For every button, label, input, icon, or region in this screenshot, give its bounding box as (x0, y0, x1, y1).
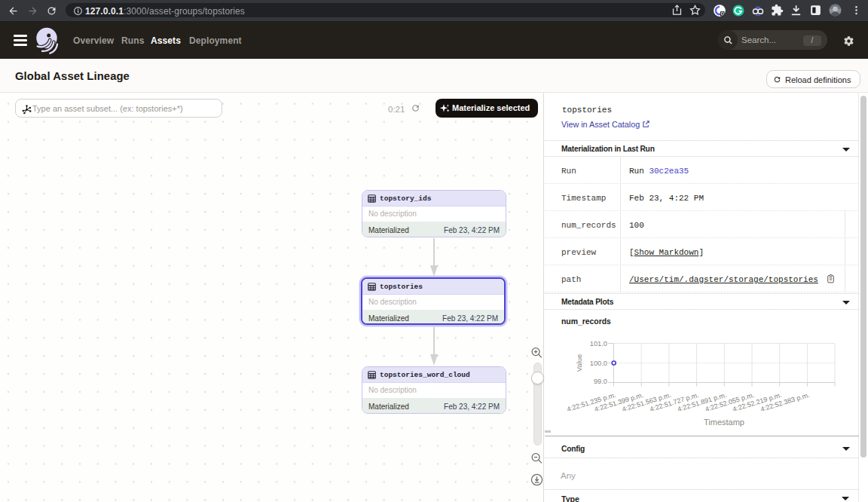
svg-text:99.0: 99.0 (594, 378, 607, 385)
svg-text:Timestamp: Timestamp (704, 418, 744, 427)
svg-text:100.0: 100.0 (590, 360, 607, 367)
svg-text:Value: Value (575, 354, 583, 372)
svg-text:101.0: 101.0 (590, 340, 607, 347)
